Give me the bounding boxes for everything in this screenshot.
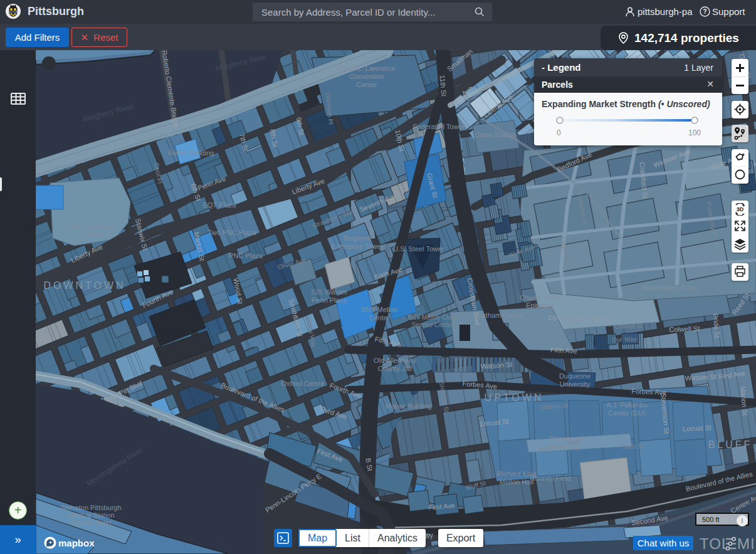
svg-text:Colwell St: Colwell St bbox=[614, 322, 643, 330]
svg-text:Manor Building: Manor Building bbox=[386, 402, 431, 410]
svg-text:Our Way: Our Way bbox=[612, 335, 636, 343]
svg-text:Hotel at Station: Hotel at Station bbox=[67, 511, 114, 519]
svg-text:Church of the: Church of the bbox=[520, 294, 561, 301]
svg-text:Washington Plaza: Washington Plaza bbox=[642, 284, 698, 291]
svg-text:Union Station: Union Station bbox=[475, 131, 516, 138]
svg-text:Center: Center bbox=[356, 81, 377, 88]
svg-text:Three Gateway: Three Gateway bbox=[68, 222, 115, 230]
svg-text:Penn Place: Penn Place bbox=[312, 296, 347, 304]
svg-text:University: University bbox=[550, 443, 581, 451]
svg-text:Regional: Regional bbox=[344, 234, 370, 242]
svg-text:Fifth Ave: Fifth Ave bbox=[550, 346, 577, 355]
svg-text:Enterprise Tower: Enterprise Tower bbox=[332, 243, 384, 250]
svg-text:Colwell St: Colwell St bbox=[669, 325, 700, 333]
svg-text:BLUFF: BLUFF bbox=[708, 439, 753, 450]
svg-text:Federated Tower: Federated Tower bbox=[413, 123, 465, 130]
svg-text:MI: MI bbox=[737, 535, 755, 552]
svg-text:Center: Center bbox=[369, 314, 389, 321]
svg-text:County Jail: County Jail bbox=[378, 365, 412, 372]
svg-text:PNC Plaza: PNC Plaza bbox=[229, 252, 263, 259]
svg-text:TOL: TOL bbox=[700, 535, 730, 552]
svg-text:525 William: 525 William bbox=[312, 288, 347, 296]
svg-text:U.S. Steel Tower: U.S. Steel Tower bbox=[393, 245, 444, 253]
svg-text:Duquesne: Duquesne bbox=[559, 372, 591, 380]
svg-text:Fulton Building: Fulton Building bbox=[169, 149, 214, 157]
svg-text:BNY Mellon: BNY Mellon bbox=[361, 306, 397, 313]
svg-text:Rooney Field: Rooney Field bbox=[530, 474, 571, 482]
svg-text:Center: Center bbox=[81, 231, 102, 238]
svg-text:Center (DU): Center (DU) bbox=[608, 409, 645, 417]
svg-text:Square Hotel: Square Hotel bbox=[71, 519, 111, 526]
svg-text:Two PNC Plaza: Two PNC Plaza bbox=[207, 229, 256, 236]
svg-text:Epiphany: Epiphany bbox=[526, 301, 555, 309]
svg-text:mapbox: mapbox bbox=[58, 538, 95, 548]
svg-text:DOWNTOWN: DOWNTOWN bbox=[43, 280, 125, 291]
svg-text:Old Allegheny: Old Allegheny bbox=[374, 357, 416, 364]
svg-text:?: ? bbox=[703, 8, 706, 15]
svg-text:BNY Mellon Client: BNY Mellon Client bbox=[407, 314, 458, 321]
svg-text:Chatham Center: Chatham Center bbox=[473, 311, 524, 319]
svg-text:Oxford Centre: Oxford Centre bbox=[281, 380, 324, 387]
svg-text:Mellon Hall: Mellon Hall bbox=[500, 478, 533, 486]
svg-text:Service Center: Service Center bbox=[412, 321, 454, 328]
svg-text:Locust St: Locust St bbox=[683, 424, 711, 432]
svg-text:Duquesne: Duquesne bbox=[550, 435, 581, 442]
svg-text:David L. Lawrence: David L. Lawrence bbox=[338, 65, 395, 72]
svg-text:EQT Plaza: EQT Plaza bbox=[203, 201, 237, 209]
svg-text:UPTOWN: UPTOWN bbox=[485, 392, 544, 403]
svg-text:3D: 3D bbox=[737, 206, 744, 212]
svg-text:Sheraton Pittsburgh: Sheraton Pittsburgh bbox=[60, 504, 121, 511]
svg-text:University: University bbox=[560, 380, 591, 388]
svg-text:A.J. Palumbo: A.J. Palumbo bbox=[606, 401, 647, 409]
svg-text:Convention: Convention bbox=[349, 73, 384, 80]
svg-text:PPG Paints Arena: PPG Paints Arena bbox=[549, 315, 609, 323]
